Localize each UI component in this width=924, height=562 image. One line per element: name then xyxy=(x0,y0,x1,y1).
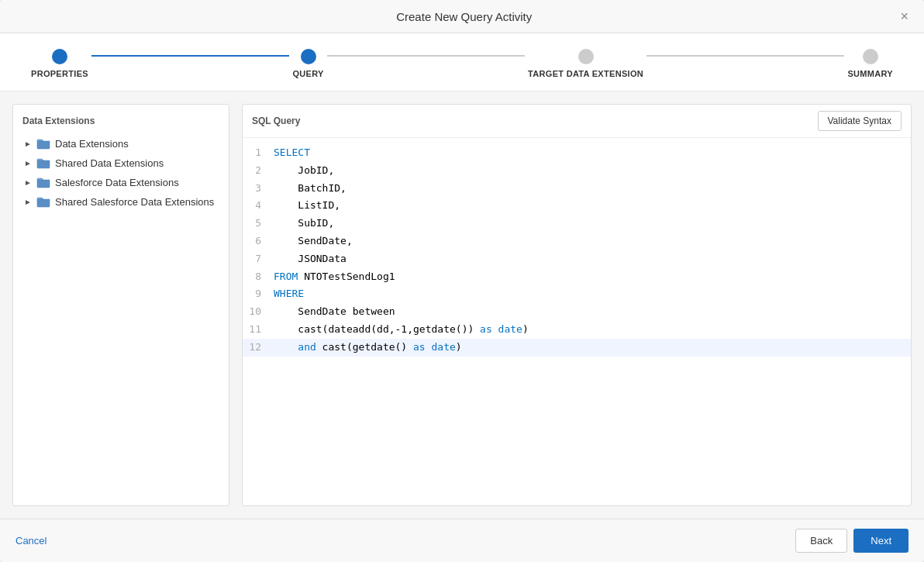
chevron-right-icon: ► xyxy=(22,139,33,150)
step-group: PROPERTIES QUERY T xyxy=(31,49,893,78)
tree-item-label-2: Shared Data Extensions xyxy=(55,157,164,169)
line-num-12: 12 xyxy=(243,340,274,356)
line-num-8: 8 xyxy=(243,269,274,285)
tree-item-shared-salesforce[interactable]: ► Shared Salesforce Data Extensions xyxy=(13,192,229,212)
code-line-10: 10 SendDate between xyxy=(243,303,911,321)
step-circle-properties xyxy=(52,49,67,64)
svg-point-2 xyxy=(582,53,590,60)
modal-body: Data Extensions ► Data Extensions ► xyxy=(0,91,924,519)
tree-item-salesforce-data-extensions[interactable]: ► Salesforce Data Extensions xyxy=(13,173,229,192)
folder-icon-2 xyxy=(36,158,50,169)
step-circle-query xyxy=(301,49,316,64)
step-properties: PROPERTIES xyxy=(31,49,88,78)
step-line-2 xyxy=(327,55,525,57)
step-label-target: TARGET DATA EXTENSION xyxy=(528,69,643,78)
line-num-6: 6 xyxy=(243,233,274,250)
next-button[interactable]: Next xyxy=(853,529,908,553)
step-circle-summary xyxy=(863,49,878,64)
tree-item-label-1: Data Extensions xyxy=(55,138,129,150)
folder-icon-3 xyxy=(36,178,50,188)
validate-syntax-button[interactable]: Validate Syntax xyxy=(818,111,902,131)
cancel-button[interactable]: Cancel xyxy=(16,530,47,551)
line-num-4: 4 xyxy=(243,198,274,214)
line-code-9: WHERE xyxy=(274,286,911,302)
line-num-3: 3 xyxy=(243,181,274,197)
tree-item-label-3: Salesforce Data Extensions xyxy=(55,177,179,188)
code-line-12: 12 and cast(getdate() as date) xyxy=(243,339,911,357)
line-code-2: JobID, xyxy=(274,163,911,179)
step-target-data-extension: TARGET DATA EXTENSION xyxy=(528,49,643,78)
right-panel: SQL Query Validate Syntax 1 SELECT 2 Job… xyxy=(242,104,912,506)
footer-right-buttons: Back Next xyxy=(795,529,908,553)
line-num-10: 10 xyxy=(243,304,274,320)
code-line-2: 2 JobID, xyxy=(243,162,911,180)
line-code-12: and cast(getdate() as date) xyxy=(274,340,911,356)
chevron-right-icon-3: ► xyxy=(22,178,33,188)
back-button[interactable]: Back xyxy=(795,529,847,553)
step-line-1 xyxy=(91,55,289,57)
step-label-query: QUERY xyxy=(292,69,323,78)
code-line-3: 3 BatchID, xyxy=(243,180,911,198)
code-area[interactable]: 1 SELECT 2 JobID, 3 BatchID, 4 ListID, xyxy=(243,138,911,505)
modal-footer: Cancel Back Next xyxy=(0,519,924,562)
right-panel-header: SQL Query Validate Syntax xyxy=(243,105,911,138)
line-num-1: 1 xyxy=(243,145,274,161)
line-code-4: ListID, xyxy=(274,198,911,214)
modal: Create New Query Activity × PROPERTIES xyxy=(0,0,924,562)
modal-title: Create New Query Activity xyxy=(31,10,897,23)
code-line-9: 9 WHERE xyxy=(243,285,911,303)
tree-item-label-4: Shared Salesforce Data Extensions xyxy=(55,196,214,208)
line-code-8: FROM NTOTestSendLog1 xyxy=(274,269,911,285)
line-code-10: SendDate between xyxy=(274,304,911,320)
left-panel: Data Extensions ► Data Extensions ► xyxy=(12,104,229,506)
step-label-properties: PROPERTIES xyxy=(31,69,88,78)
step-summary: SUMMARY xyxy=(847,49,893,78)
line-num-11: 11 xyxy=(243,322,274,338)
code-line-11: 11 cast(dateadd(dd,-1,getdate()) as date… xyxy=(243,321,911,339)
tree-item-data-extensions[interactable]: ► Data Extensions xyxy=(13,134,229,153)
line-num-7: 7 xyxy=(243,251,274,267)
step-line-3 xyxy=(646,55,844,57)
line-num-2: 2 xyxy=(243,163,274,179)
code-line-7: 7 JSONData xyxy=(243,250,911,268)
sql-query-label: SQL Query xyxy=(252,116,300,126)
line-code-5: SubID, xyxy=(274,215,911,232)
step-query: QUERY xyxy=(292,49,323,78)
svg-point-3 xyxy=(867,53,874,60)
line-code-11: cast(dateadd(dd,-1,getdate()) as date) xyxy=(274,322,911,338)
tree-item-shared-data-extensions[interactable]: ► Shared Data Extensions xyxy=(13,153,229,173)
code-line-6: 6 SendDate, xyxy=(243,233,911,250)
line-code-3: BatchID, xyxy=(274,181,911,197)
close-button[interactable]: × xyxy=(897,9,912,23)
chevron-right-icon-4: ► xyxy=(22,197,33,208)
code-line-8: 8 FROM NTOTestSendLog1 xyxy=(243,268,911,286)
folder-icon-1 xyxy=(36,139,50,150)
modal-header: Create New Query Activity × xyxy=(0,0,924,33)
svg-point-1 xyxy=(305,53,312,60)
chevron-right-icon-2: ► xyxy=(22,158,33,169)
line-num-5: 5 xyxy=(243,215,274,232)
line-code-7: JSONData xyxy=(274,251,911,267)
line-code-6: SendDate, xyxy=(274,233,911,250)
svg-point-0 xyxy=(56,53,64,60)
code-line-1: 1 SELECT xyxy=(243,144,911,162)
code-line-4: 4 ListID, xyxy=(243,197,911,215)
code-line-5: 5 SubID, xyxy=(243,215,911,233)
step-circle-target xyxy=(578,49,594,64)
step-label-summary: SUMMARY xyxy=(847,69,893,78)
line-num-9: 9 xyxy=(243,286,274,302)
folder-icon-4 xyxy=(36,197,50,208)
left-panel-header: Data Extensions xyxy=(13,111,229,134)
line-code-1: SELECT xyxy=(274,145,911,161)
stepper: PROPERTIES QUERY T xyxy=(0,33,924,91)
